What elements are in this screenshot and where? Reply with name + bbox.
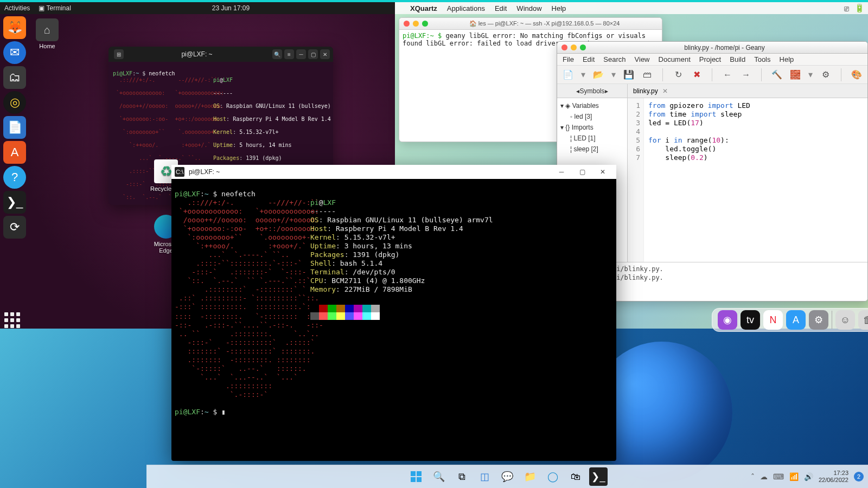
run-icon[interactable]: ⚙	[820, 68, 831, 81]
close-button[interactable]: ✕	[320, 49, 330, 59]
tray-wifi-icon[interactable]: 📶	[789, 472, 799, 481]
launcher-update-icon[interactable]: ⟳	[3, 216, 26, 239]
file-tab[interactable]: blinky.py	[633, 87, 658, 95]
maximize-button[interactable]	[580, 44, 586, 50]
dock-podcasts-icon[interactable]: ◉	[718, 310, 737, 330]
launcher-apps-grid-icon[interactable]	[4, 312, 25, 329]
line-gutter: 1234567	[628, 98, 644, 262]
dock-trash-icon[interactable]: 🗑	[858, 310, 868, 330]
menu-item[interactable]: Project	[699, 55, 721, 63]
menu-icon[interactable]: ≡	[284, 49, 294, 59]
screenshare-icon[interactable]: ⎚	[844, 4, 849, 13]
dock-appletv-icon[interactable]: tv	[741, 310, 760, 330]
close-tab-icon[interactable]: ✕	[662, 87, 668, 95]
launcher-thunderbird-icon[interactable]: ✉	[3, 41, 26, 64]
menubar-app-name[interactable]: XQuartz	[410, 4, 437, 12]
start-button[interactable]	[407, 467, 425, 486]
close-button[interactable]	[561, 44, 567, 50]
new-tab-button[interactable]: ⊞	[114, 49, 124, 59]
menu-item[interactable]: Build	[730, 55, 745, 63]
tray-volume-icon[interactable]: 🔊	[804, 472, 813, 481]
reload-icon[interactable]: ↻	[673, 68, 684, 81]
launcher-files-icon[interactable]: 🗂	[3, 66, 26, 89]
menu-item[interactable]: File	[563, 55, 574, 63]
color-picker-icon[interactable]: 🎨	[851, 68, 862, 81]
sym-group[interactable]: ▾ ◈ Variables	[560, 100, 624, 111]
tray-chevron-icon[interactable]: ˄	[751, 472, 755, 481]
sym-item[interactable]: ¦ LED [1]	[560, 133, 624, 144]
nav-back-icon[interactable]: ←	[722, 68, 733, 81]
tray-onedrive-icon[interactable]: ☁	[760, 472, 768, 481]
close-button[interactable]: ✕	[592, 165, 613, 179]
gnome-terminal-titlebar[interactable]: ⊞ pi@LXF: ~ 🔍 ≡ ─ ▢ ✕	[108, 47, 333, 62]
sym-item[interactable]: ¦ sleep [2]	[560, 144, 624, 155]
topbar-clock[interactable]: 23 Jun 17:09	[212, 2, 250, 14]
menubar-item[interactable]: Help	[552, 4, 566, 12]
menubar-item[interactable]: Window	[516, 4, 541, 12]
menu-item[interactable]: Edit	[583, 55, 595, 63]
editor-pane: blinky.py✕ 1234567 from gpiozero import …	[628, 84, 867, 262]
launcher-help-icon[interactable]: ?	[3, 166, 26, 189]
save-all-icon[interactable]: 🗃	[642, 68, 653, 81]
build-icon[interactable]: 🧱	[790, 68, 801, 81]
terminal-taskbar-icon[interactable]: ❯_	[589, 467, 608, 486]
minimize-button[interactable]	[413, 21, 419, 27]
maximize-button[interactable]: ▢	[572, 165, 592, 179]
open-file-icon[interactable]: 📂	[593, 68, 604, 81]
activities-button[interactable]: Activities	[4, 2, 30, 14]
new-file-icon[interactable]: 📄	[563, 68, 573, 81]
launcher-terminal-icon[interactable]: ❯_	[3, 191, 26, 214]
explorer-icon[interactable]: 📁	[521, 467, 539, 486]
menu-item[interactable]: View	[635, 55, 650, 63]
launcher-rhythmbox-icon[interactable]: ◎	[3, 91, 26, 114]
dock-news-icon[interactable]: N	[763, 310, 783, 330]
notifications-badge[interactable]: 2	[854, 472, 864, 481]
geany-toolbar: 📄▾ 📂▾ 💾 🗃 ↻ ✖ ← → 🔨 🧱▾ ⚙ 🎨	[557, 66, 867, 84]
dock-appstore-icon[interactable]: A	[786, 310, 806, 330]
save-icon[interactable]: 💾	[623, 68, 634, 81]
compile-icon[interactable]: 🔨	[771, 68, 782, 81]
search-icon[interactable]: 🔍	[272, 49, 282, 59]
launcher-writer-icon[interactable]: 📄	[3, 116, 26, 139]
taskview-icon[interactable]: ⧉	[452, 467, 471, 486]
mac-dock: ◉ tv N A ⚙ ☺ 🗑	[712, 308, 868, 332]
minimize-button[interactable]: ─	[551, 165, 572, 179]
code-area[interactable]: from gpiozero import LED from time impor…	[644, 98, 755, 262]
topbar-terminal[interactable]: ▣ Terminal	[39, 2, 71, 14]
minimize-button[interactable]: ─	[296, 49, 306, 59]
taskbar-clock[interactable]: 17:2322/06/2022	[819, 470, 848, 484]
dock-finder-icon[interactable]: ☺	[835, 310, 855, 330]
menu-item[interactable]: Tools	[754, 55, 770, 63]
search-icon[interactable]: 🔍	[430, 467, 448, 486]
dock-settings-icon[interactable]: ⚙	[809, 310, 828, 330]
widgets-icon[interactable]: ◫	[475, 467, 494, 486]
menubar-item[interactable]: Edit	[495, 4, 507, 12]
win-term-titlebar[interactable]: C:\ pi@LXF: ~ ─ ▢ ✕	[171, 165, 616, 179]
symbols-tab[interactable]: ◂ Symbols ▸	[557, 84, 627, 98]
tray-lang-icon[interactable]: ⌨	[773, 472, 784, 481]
close-file-icon[interactable]: ✖	[691, 68, 702, 81]
maximize-button[interactable]	[422, 21, 428, 27]
chat-icon[interactable]: 💬	[498, 467, 516, 486]
desktop-home-icon[interactable]: ⌂ Home	[33, 18, 62, 49]
geany-titlebar[interactable]: blinky.py - /home/pi - Geany	[557, 42, 867, 54]
store-icon[interactable]: 🛍	[566, 467, 585, 486]
menu-item[interactable]: Document	[659, 55, 691, 63]
nav-fwd-icon[interactable]: →	[741, 68, 751, 81]
maximize-button[interactable]: ▢	[308, 49, 318, 59]
terminal-body[interactable]: pi@LXF:~ $ neofetch .::///+:/-. --///+//…	[171, 179, 616, 427]
launcher-software-icon[interactable]: A	[3, 141, 26, 164]
geany-menubar: File Edit Search View Document Project B…	[557, 54, 867, 66]
menu-item[interactable]: Search	[603, 55, 626, 63]
sym-group[interactable]: ▾ {} Imports	[560, 122, 624, 133]
menu-item[interactable]: Help	[780, 55, 794, 63]
launcher-firefox-icon[interactable]: 🦊	[3, 16, 26, 39]
window-title: pi@LXF: ~	[124, 50, 270, 58]
sym-item[interactable]: ◦ led [3]	[560, 111, 624, 122]
edge-taskbar-icon[interactable]: ◯	[544, 467, 562, 486]
minimize-button[interactable]	[571, 44, 577, 50]
battery-icon[interactable]: 🔋	[854, 3, 865, 13]
mac-xterm-titlebar[interactable]: 🏠 les — pi@LXF: ~ — ssh -X pi@192.168.0.…	[399, 18, 662, 30]
menubar-item[interactable]: Applications	[447, 4, 485, 12]
close-button[interactable]	[404, 21, 410, 27]
